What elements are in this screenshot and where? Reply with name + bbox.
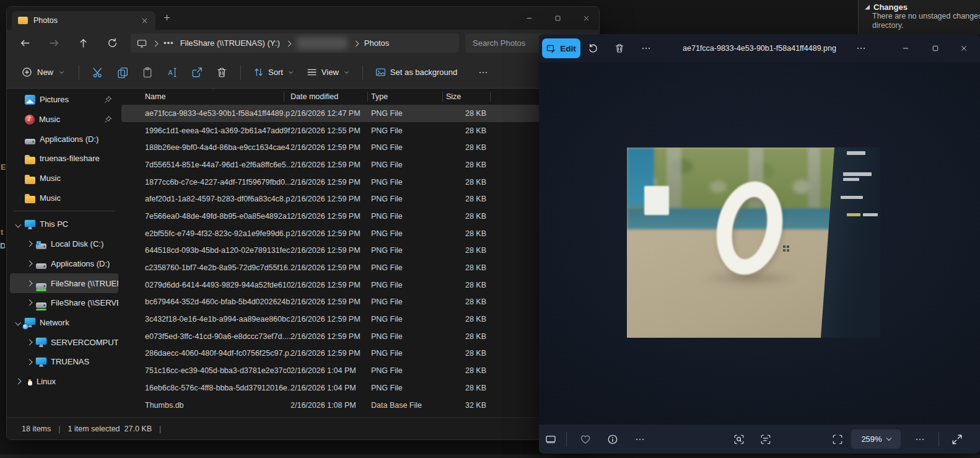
minimize-button[interactable] [895, 39, 916, 58]
cut-button[interactable] [85, 61, 110, 84]
expand-chevron-icon[interactable] [25, 340, 33, 345]
delete-button[interactable] [209, 61, 234, 84]
sidebar-item[interactable]: Music [10, 110, 118, 130]
zoom-level-dropdown[interactable]: 259% [851, 429, 901, 449]
delete-icon[interactable] [609, 39, 630, 58]
table-row[interactable]: afef20d1-1a82-4597-b283-df0f6a83c4c8.p..… [121, 190, 594, 208]
table-row[interactable]: 751c16cc-ec39-405d-bba3-d3781e2e37c0... … [121, 362, 594, 379]
file-name: c2358760-1bf7-4e2b-8a95-72d9c7d55f16.... [145, 263, 291, 272]
more-options-icon[interactable] [629, 430, 650, 449]
expand-chevron-icon[interactable] [25, 262, 33, 266]
forward-icon[interactable] [43, 34, 64, 53]
close-button[interactable] [577, 11, 595, 25]
back-icon[interactable] [14, 34, 35, 53]
address-bar[interactable]: ••• FileShare (\\TRUENAS) (Y:) Photos [131, 33, 459, 53]
sort-button[interactable]: Sort [247, 63, 300, 82]
more-options-icon[interactable] [471, 61, 496, 84]
sidebar-item[interactable]: truenas-fileshare [10, 149, 118, 169]
breadcrumb-redacted-segment[interactable] [297, 37, 348, 50]
sidebar-item[interactable]: Music [10, 188, 118, 208]
favorite-heart-icon[interactable] [575, 430, 596, 449]
up-icon[interactable] [72, 34, 94, 53]
breadcrumb-overflow-icon[interactable]: ••• [164, 38, 174, 48]
column-header-date[interactable]: Date modified [291, 92, 371, 101]
new-button[interactable]: New [14, 63, 72, 82]
table-row[interactable]: 1877cc6b-c7ce-4227-a4df-71f59679fbd0....… [121, 174, 594, 191]
sidebar-item[interactable] [9, 208, 119, 214]
share-button[interactable] [185, 61, 209, 84]
rename-button[interactable]: A [160, 61, 185, 84]
sidebar-item-icon [25, 115, 35, 125]
sidebar-item[interactable]: FileShare (\\TRUEN [10, 273, 118, 293]
sidebar-item[interactable]: FileShare (\\SERVER [10, 293, 118, 313]
file-list-pane: Name Date modified Type Size ⌃ ae71fcca-… [121, 89, 599, 417]
info-icon[interactable] [602, 430, 623, 449]
fullscreen-icon[interactable] [947, 430, 968, 449]
close-button[interactable] [953, 39, 974, 58]
refresh-icon[interactable] [102, 34, 123, 53]
fit-to-window-icon[interactable] [827, 430, 848, 449]
sidebar-item[interactable]: Network [10, 313, 118, 333]
breadcrumb-drive[interactable]: FileShare (\\TRUENAS) (Y:) [180, 38, 280, 48]
expand-chevron-icon[interactable] [14, 379, 22, 384]
set-as-background-button[interactable]: Set as background [369, 63, 463, 82]
file-date-modified: 2/16/2026 12:55 PM [291, 126, 371, 135]
edit-button[interactable]: Edit [542, 38, 580, 58]
table-row[interactable]: ae71fcca-9833-4e53-90b1-f58a41ff4489.p..… [121, 105, 594, 122]
text-extract-icon[interactable] [755, 430, 776, 449]
table-row[interactable]: e073f5ed-3ffc-41cd-90a6-e8dccc73ef7d....… [121, 328, 594, 345]
tab-close-icon[interactable] [138, 13, 151, 28]
paste-button[interactable] [135, 61, 160, 84]
sidebar-item[interactable]: Music [10, 169, 118, 188]
table-row[interactable]: 7d556514-851e-44a7-96d1-e2f6a8ffc6e5....… [121, 156, 594, 174]
table-row[interactable]: bc679464-352d-460c-bfab-5b4d0202624b... … [121, 294, 594, 311]
sidebar-item[interactable]: Pictures [10, 90, 118, 110]
sidebar-item[interactable]: Local Disk (C:) [10, 234, 118, 254]
table-row[interactable]: 286daecc-4060-480f-94df-fc0756f25c97.p..… [121, 345, 594, 363]
table-row[interactable]: c2358760-1bf7-4e2b-8a95-72d9c7d55f16....… [121, 259, 594, 276]
column-header-type[interactable]: Type [371, 92, 446, 101]
expand-chevron-icon[interactable] [14, 320, 22, 325]
table-row[interactable]: 16eb6c8c-576c-4ff8-bbba-5dd37912016e....… [121, 379, 594, 397]
sidebar-item[interactable]: This PC [10, 214, 118, 234]
maximize-button[interactable] [548, 11, 567, 25]
table-row[interactable]: 7e566ea0-48de-49fd-8b95-e0a85e4892a1....… [121, 208, 594, 225]
titlebar-more-icon[interactable] [851, 39, 872, 58]
expand-chevron-icon[interactable] [25, 301, 33, 305]
column-header-name[interactable]: Name [145, 92, 291, 101]
sidebar-item[interactable]: Linux [10, 372, 118, 392]
explorer-tab-photos[interactable]: Photos [12, 11, 155, 30]
minimize-button[interactable] [520, 11, 538, 25]
expand-chevron-icon[interactable] [25, 242, 33, 246]
table-row[interactable]: Thumbs.db 2/16/2026 1:08 PM Data Base Fi… [121, 397, 594, 414]
new-tab-icon[interactable] [163, 14, 171, 22]
expand-chevron-icon[interactable] [25, 281, 33, 286]
sidebar-item[interactable]: Applications (D:) [10, 129, 118, 149]
tree-expand-twistie-icon[interactable] [865, 5, 870, 10]
breadcrumb-folder[interactable]: Photos [364, 38, 389, 48]
table-row[interactable]: 644518cd-093b-45bd-a120-02e789131fec....… [121, 242, 594, 260]
navigation-bar: ••• FileShare (\\TRUENAS) (Y:) Photos [7, 30, 599, 56]
sidebar-item[interactable]: Applications (D:) [10, 254, 118, 274]
file-size: 28 KB [446, 349, 492, 358]
table-row[interactable]: 3c432f18-0e16-4e1b-a994-aa89eae860bc....… [121, 310, 594, 328]
table-row[interactable]: e2bf55fc-e749-4f32-823c-92a1e9fe99d6.p..… [121, 225, 594, 242]
expand-chevron-icon[interactable] [14, 222, 22, 227]
table-row[interactable]: 1996c1d1-eeea-49c1-a369-2b61a47add9f....… [121, 122, 594, 139]
chevron-down-icon [343, 69, 350, 76]
expand-chevron-icon[interactable] [25, 360, 33, 364]
view-button[interactable]: View [300, 63, 356, 82]
sidebar-item[interactable]: SERVERCOMPUTER [10, 332, 118, 352]
photo-canvas[interactable] [539, 62, 980, 425]
sidebar-item[interactable]: TRUENAS [10, 352, 118, 372]
table-row[interactable]: 0279d6dd-6414-4493-9829-944a52fde610....… [121, 276, 594, 294]
more-options-icon[interactable] [909, 430, 930, 449]
table-row[interactable]: 188b26ee-9bf0-4a4d-86ba-e9cc1634cae4....… [121, 139, 594, 156]
column-header-size[interactable]: Size [446, 92, 492, 101]
copy-button[interactable] [110, 61, 135, 84]
more-options-icon[interactable] [636, 39, 657, 58]
rotate-icon[interactable] [582, 39, 603, 58]
maximize-button[interactable] [925, 39, 946, 58]
filmstrip-icon[interactable] [540, 430, 561, 449]
visual-search-icon[interactable] [728, 430, 750, 449]
